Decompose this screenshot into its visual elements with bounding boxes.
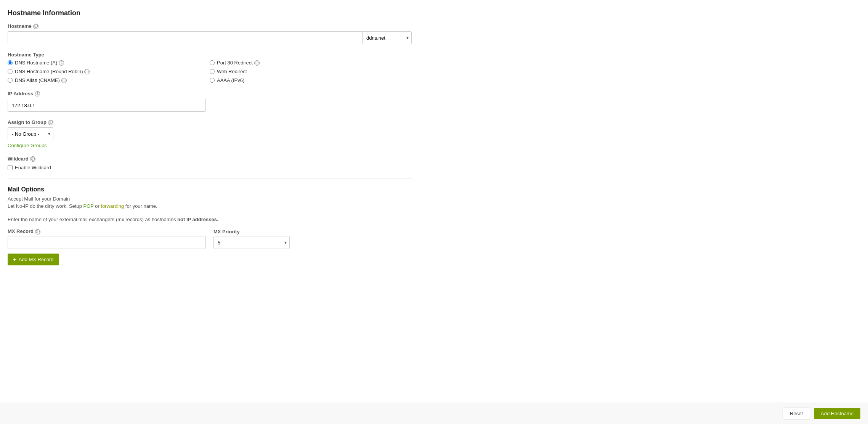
mx-priority-label: MX Priority (213, 229, 290, 234)
radio-web-redirect-input[interactable] (210, 69, 215, 74)
hostname-type-label: Hostname Type (8, 52, 412, 58)
plus-icon: + (13, 256, 16, 263)
radio-web-redirect: Web Redirect (210, 69, 412, 74)
enable-wildcard-item: Enable Wildcard (8, 165, 412, 170)
group-select[interactable]: - No Group - (8, 127, 53, 140)
radio-port80: Port 80 Redirect ⓘ (210, 60, 412, 66)
radio-aaaa-label[interactable]: AAAA (IPv6) (217, 77, 244, 83)
pop-link[interactable]: POP (83, 203, 94, 209)
hostname-info-icon[interactable]: ⓘ (33, 24, 39, 29)
mail-options-mx-desc: Enter the name of your external mail exc… (8, 217, 412, 222)
radio-dns-a: DNS Hostname (A) ⓘ (8, 60, 210, 66)
wildcard-section: Wildcard ⓘ Enable Wildcard (8, 156, 412, 178)
radio-col-right: Port 80 Redirect ⓘ Web Redirect AAAA (IP… (210, 60, 412, 83)
radio-aaaa: AAAA (IPv6) (210, 77, 412, 83)
radio-dns-rr-label[interactable]: DNS Hostname (Round Robin) ⓘ (15, 69, 90, 74)
wildcard-info-icon[interactable]: ⓘ (30, 156, 35, 162)
radio-dns-rr-input[interactable] (8, 69, 13, 74)
radio-dns-cname-label[interactable]: DNS Alias (CNAME) ⓘ (15, 77, 67, 83)
dns-cname-info-icon[interactable]: ⓘ (61, 78, 67, 83)
mail-options-section: Mail Options Accept Mail for your Domain… (8, 186, 412, 265)
mail-options-desc: Let No-IP do the dirty work. Setup POP o… (8, 203, 412, 209)
mail-options-title: Mail Options (8, 186, 412, 193)
radio-col-left: DNS Hostname (A) ⓘ DNS Hostname (Round R… (8, 60, 210, 83)
mail-options-subtitle: Accept Mail for your Domain (8, 196, 412, 202)
dns-a-info-icon[interactable]: ⓘ (59, 60, 64, 66)
group-select-wrapper: - No Group - (8, 127, 53, 140)
domain-select-wrapper: ddns.net no-ip.com no-ip.org hopto.org z… (362, 31, 412, 44)
mx-record-label: MX Record ⓘ (8, 228, 206, 234)
radio-port80-label[interactable]: Port 80 Redirect ⓘ (217, 60, 260, 66)
radio-dns-a-input[interactable] (8, 60, 13, 65)
ip-address-label: IP Address ⓘ (8, 91, 412, 96)
forwarding-link[interactable]: forwarding (101, 203, 124, 209)
radio-dns-rr: DNS Hostname (Round Robin) ⓘ (8, 69, 210, 74)
radio-dns-cname-input[interactable] (8, 78, 13, 83)
hostname-label: Hostname ⓘ (8, 23, 412, 29)
assign-group-label: Assign to Group ⓘ (8, 119, 412, 125)
mx-priority-select[interactable]: 5 10 15 20 (213, 236, 290, 249)
enable-wildcard-checkbox[interactable] (8, 165, 13, 170)
wildcard-label: Wildcard ⓘ (8, 156, 412, 162)
radio-web-redirect-label[interactable]: Web Redirect (217, 69, 247, 74)
mx-priority-wrapper: 5 10 15 20 (213, 236, 290, 249)
port80-info-icon[interactable]: ⓘ (254, 60, 260, 66)
hostname-input[interactable] (8, 31, 362, 44)
hostname-type-section: Hostname Type DNS Hostname (A) ⓘ DNS Hos… (8, 52, 412, 83)
mx-record-input[interactable] (8, 236, 206, 249)
add-mx-record-button[interactable]: + Add MX Record (8, 254, 59, 265)
ip-address-section: IP Address ⓘ (8, 91, 412, 112)
radio-aaaa-input[interactable] (210, 78, 215, 83)
radio-port80-input[interactable] (210, 60, 215, 65)
configure-groups-link[interactable]: Configure Groups (8, 143, 412, 148)
assign-group-info-icon[interactable]: ⓘ (48, 120, 53, 125)
radio-dns-a-label[interactable]: DNS Hostname (A) ⓘ (15, 60, 64, 66)
ip-address-input[interactable] (8, 99, 206, 112)
hostname-row: ddns.net no-ip.com no-ip.org hopto.org z… (8, 31, 412, 44)
domain-select[interactable]: ddns.net no-ip.com no-ip.org hopto.org z… (362, 31, 412, 44)
mx-priority-col: MX Priority 5 10 15 20 (213, 229, 290, 249)
ip-address-info-icon[interactable]: ⓘ (35, 91, 40, 96)
mx-record-row: MX Record ⓘ MX Priority 5 10 15 20 (8, 228, 412, 249)
assign-group-section: Assign to Group ⓘ - No Group - Configure… (8, 119, 412, 148)
add-hostname-button[interactable]: Add Hostname (814, 408, 860, 419)
enable-wildcard-label[interactable]: Enable Wildcard (15, 165, 51, 170)
mx-record-info-icon[interactable]: ⓘ (35, 229, 40, 234)
mx-record-col: MX Record ⓘ (8, 228, 206, 249)
bottom-bar: Reset Add Hostname (0, 403, 868, 424)
reset-button[interactable]: Reset (783, 408, 810, 419)
page-title: Hostname Information (8, 9, 412, 17)
dns-rr-info-icon[interactable]: ⓘ (84, 69, 90, 74)
radio-dns-cname: DNS Alias (CNAME) ⓘ (8, 77, 210, 83)
radio-columns: DNS Hostname (A) ⓘ DNS Hostname (Round R… (8, 60, 412, 83)
